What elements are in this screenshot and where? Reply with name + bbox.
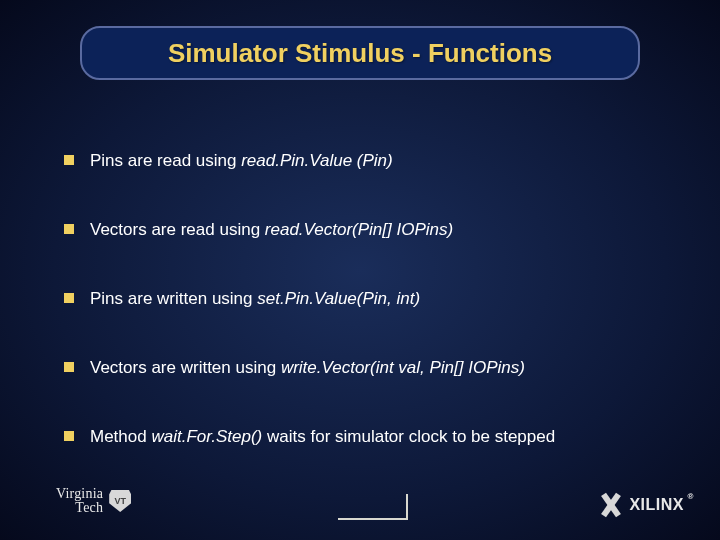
list-item: Vectors are written using write.Vector(i… xyxy=(64,357,680,380)
bullet-icon xyxy=(64,224,74,234)
bullet-text: Pins are read using read.Pin.Value (Pin) xyxy=(90,150,680,173)
shield-icon: VT xyxy=(109,490,131,512)
footer-box-decoration xyxy=(338,494,408,520)
list-item: Pins are written using set.Pin.Value(Pin… xyxy=(64,288,680,311)
bullet-icon xyxy=(64,293,74,303)
vt-text-block: Virginia Tech xyxy=(56,486,103,516)
bullet-text: Pins are written using set.Pin.Value(Pin… xyxy=(90,288,680,311)
list-item: Pins are read using read.Pin.Value (Pin) xyxy=(64,150,680,173)
bullet-icon xyxy=(64,155,74,165)
bullet-text: Vectors are read using read.Vector(Pin[]… xyxy=(90,219,680,242)
list-item: Method wait.For.Step() waits for simulat… xyxy=(64,426,680,449)
xilinx-x-icon xyxy=(599,494,623,516)
footer-right-logo: XILINX® xyxy=(599,494,684,516)
slide-title: Simulator Stimulus - Functions xyxy=(168,38,552,69)
footer-left-logo: Virginia Tech VT xyxy=(56,486,131,516)
bullet-text: Method wait.For.Step() waits for simulat… xyxy=(90,426,680,449)
bullet-list: Pins are read using read.Pin.Value (Pin)… xyxy=(64,150,680,495)
vt-line2: Tech xyxy=(56,500,103,516)
registered-mark: ® xyxy=(688,492,694,501)
list-item: Vectors are read using read.Vector(Pin[]… xyxy=(64,219,680,242)
bullet-icon xyxy=(64,431,74,441)
xilinx-brand-text: XILINX® xyxy=(629,496,684,514)
bullet-text: Vectors are written using write.Vector(i… xyxy=(90,357,680,380)
bullet-icon xyxy=(64,362,74,372)
title-box: Simulator Stimulus - Functions xyxy=(80,26,640,80)
